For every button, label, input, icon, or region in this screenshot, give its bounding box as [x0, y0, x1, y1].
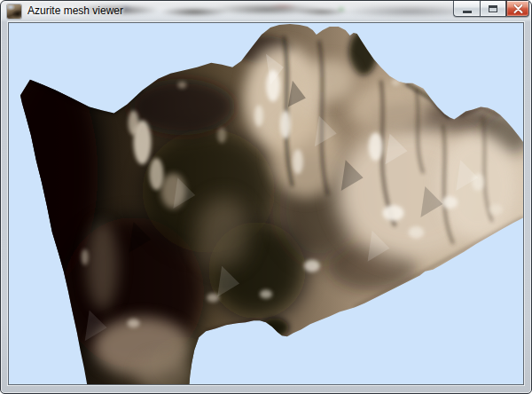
mesh-viewport[interactable] — [8, 22, 524, 385]
terrain-thumbnail-icon[interactable] — [7, 4, 21, 19]
maximize-icon — [489, 5, 497, 12]
window-title: Azurite mesh viewer — [27, 1, 123, 22]
close-icon — [513, 4, 523, 13]
maximize-button[interactable] — [480, 1, 506, 17]
terrain-render — [9, 23, 523, 384]
window-controls — [453, 1, 529, 17]
minimize-icon — [463, 11, 472, 13]
close-button[interactable] — [506, 1, 529, 17]
minimize-button[interactable] — [453, 1, 480, 17]
app-window: Azurite mesh viewer — [0, 0, 532, 394]
titlebar[interactable]: Azurite mesh viewer — [1, 1, 531, 22]
